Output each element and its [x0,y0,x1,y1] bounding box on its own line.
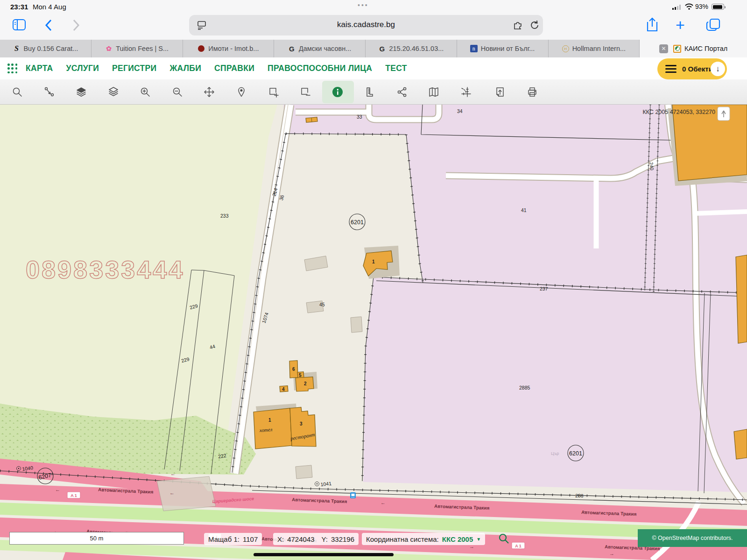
nav-pravosposobni[interactable]: ПРАВОСПОСОБНИ ЛИЦА [268,64,372,73]
map-folded-icon[interactable] [428,86,439,98]
nav-spravki[interactable]: СПРАВКИ [214,64,254,73]
nav-test[interactable]: ТЕСТ [385,64,407,73]
portal-nav: КАРТА УСЛУГИ РЕГИСТРИ ЖАЛБИ СПРАВКИ ПРАВ… [0,57,747,79]
url-text[interactable]: kais.cadastre.bg [189,20,543,29]
svg-text:1: 1 [372,259,375,264]
layers-filled-icon[interactable] [76,86,87,98]
info-icon[interactable] [332,86,343,98]
wifi-icon [685,3,693,10]
menu-icon [665,63,677,75]
svg-text:1: 1 [268,418,271,423]
svg-text:хотел: хотел [259,426,272,433]
search-icon[interactable] [12,86,23,98]
svg-text:6201: 6201 [569,450,582,457]
crs-selector[interactable]: Координатна система: ККС 2005 ▼ [362,533,485,545]
coordinate-grid-icon[interactable] [460,86,472,98]
tab-watches[interactable]: G Дамски часовн... [274,40,366,57]
svg-text:A 1: A 1 [515,544,521,548]
home-indicator[interactable] [254,553,394,556]
svg-text:←: ← [381,500,386,505]
kais-favicon [673,45,681,53]
north-arrow-button[interactable] [718,107,730,121]
extent-remove-icon[interactable] [300,86,311,98]
share-network-icon[interactable] [396,86,408,98]
svg-text:6201: 6201 [351,219,364,226]
tab-sothebys[interactable]: S Buy 0.156 Carat... [0,40,92,57]
pan-icon[interactable] [204,86,215,98]
svg-text:2: 2 [304,381,307,386]
red-circle-favicon [198,45,204,52]
svg-text:238: 238 [575,493,584,499]
svg-text:→: → [609,551,614,556]
battery-percent: 93% [695,3,708,10]
footer-search-icon[interactable] [498,532,510,546]
svg-text:222: 222 [218,453,226,459]
layers-outline-icon[interactable] [108,86,119,98]
zoom-in-icon[interactable] [140,86,151,98]
a1-badge: A 1 [512,542,525,549]
svg-text:45: 45 [319,302,325,307]
tab-tuition[interactable]: ✿ Tuition Fees | S... [92,40,183,57]
measure-icon[interactable] [364,86,375,98]
svg-text:A 1: A 1 [70,493,77,498]
map-canvas[interactable]: 0898333444 233 33 34 214 36 41 240 237 1… [0,105,747,560]
extensions-icon[interactable] [512,20,523,31]
hollmann-favicon: H [562,45,569,52]
nav-zhalbi[interactable]: ЖАЛБИ [169,64,201,73]
url-bar[interactable]: kais.cadastre.bg [189,15,543,35]
reload-icon[interactable] [529,20,540,31]
extent-add-icon[interactable] [268,86,279,98]
svg-text:←: ← [583,508,588,513]
scale-readout: Мащаб 1:1107 [204,533,262,545]
nav-karta[interactable]: КАРТА [26,64,53,73]
map-toolbar [0,79,747,105]
battery-icon [712,4,724,10]
svg-text:Цър: Цър [551,451,559,456]
svg-text:33: 33 [357,114,362,120]
svg-text:←: ← [169,490,175,496]
location-pin-icon[interactable] [236,86,247,98]
zoom-out-icon[interactable] [172,86,183,98]
status-bar: 23:31 Mon 4 Aug ••• 93% [0,0,747,13]
new-tab-button[interactable]: + [676,16,685,34]
bus-stop-icon [350,492,356,498]
svg-text:41: 41 [521,207,527,213]
tab-ip-search[interactable]: G 215.20.46.51.03... [366,40,457,57]
crs-readout: ККС 2005 4724053, 332270 [642,109,715,115]
sidebar-toggle-icon[interactable] [12,19,26,31]
nav-registri[interactable]: РЕГИСТРИ [112,64,156,73]
multitask-dots[interactable]: ••• [358,1,369,9]
svg-text:1041: 1041 [320,481,332,487]
forward-button[interactable] [72,19,80,31]
google-favicon: G [378,45,386,52]
close-tab-icon[interactable]: ✕ [659,44,668,53]
tabs-overview-icon[interactable] [706,18,721,32]
chevron-down-icon: ▼ [476,537,481,542]
news-favicon: n [470,45,478,52]
sothebys-favicon: S [13,45,20,52]
browser-toolbar: kais.cadastre.bg + [0,13,747,40]
tab-imoti[interactable]: Имоти - Imot.b... [183,40,275,57]
tab-news[interactable]: n Новини от Бълг... [457,40,549,57]
back-button[interactable] [45,19,52,31]
print-icon[interactable] [527,86,538,98]
select-features-icon[interactable] [43,86,55,98]
flower-favicon: ✿ [105,45,113,52]
tab-kais-active[interactable]: ✕ КАИС Портал [640,40,747,57]
svg-text:237: 237 [540,286,548,292]
watermark-phone: 0898333444 [26,255,184,284]
coordinates-readout: X:4724043 Y:332196 [273,533,359,545]
share-icon[interactable] [646,17,659,33]
apps-grid-icon[interactable] [7,64,18,74]
osm-attribution[interactable]: © OpenStreetMap contributors. [638,529,747,547]
download-arrow-icon[interactable]: ↓ [711,62,725,76]
a1-badge: A 1 [67,492,80,498]
svg-text:2885: 2885 [519,385,530,390]
cellular-icon [672,4,683,10]
tab-hollmann[interactable]: H Hollmann Intern... [549,40,640,57]
export-document-icon[interactable] [494,86,506,98]
tab-strip: S Buy 0.156 Carat... ✿ Tuition Fees | S.… [0,40,747,57]
nav-uslugi[interactable]: УСЛУГИ [66,64,99,73]
svg-text:4: 4 [282,387,285,392]
objects-button[interactable]: 0 Обекти ↓ [657,58,727,79]
